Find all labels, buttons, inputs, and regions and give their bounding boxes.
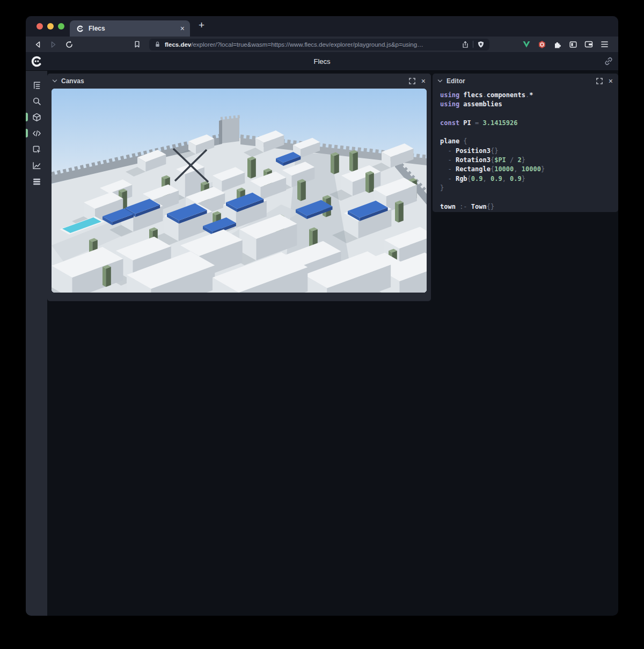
editor-panel-header: Editor × (433, 74, 618, 89)
inspector-icon (32, 145, 41, 154)
search-icon (32, 97, 41, 106)
canvas-panel-header: Canvas × (47, 74, 431, 89)
entities-cube-icon (32, 113, 41, 122)
page-content: Canvas × (26, 71, 618, 616)
canvas-3d-scene[interactable] (52, 89, 427, 293)
active-indicator (26, 129, 28, 137)
browser-window: Flecs × + flecs.d (26, 16, 618, 616)
toolbar-extensions (522, 40, 612, 49)
fullscreen-icon[interactable] (596, 78, 603, 84)
new-tab-button[interactable]: + (199, 19, 204, 31)
reload-button[interactable] (63, 39, 75, 50)
canvas-panel-title: Canvas (61, 77, 84, 85)
sidebar-toggle-icon[interactable] (569, 40, 577, 49)
left-sidebar (26, 71, 47, 616)
extension-badge-icon[interactable] (538, 40, 546, 49)
editor-panel-title: Editor (447, 77, 465, 85)
bookmark-icon[interactable] (131, 39, 143, 50)
sidebar-item-search[interactable] (26, 93, 47, 109)
active-indicator (26, 113, 28, 121)
wallet-icon[interactable] (584, 40, 594, 48)
url-divider (473, 41, 473, 48)
browser-tab[interactable]: Flecs × (70, 20, 190, 37)
sidebar-item-stats[interactable] (26, 173, 47, 189)
close-panel-icon[interactable]: × (609, 77, 613, 85)
close-panel-icon[interactable]: × (421, 77, 426, 85)
traffic-lights (36, 23, 64, 30)
url-path: /explorer/?local=true&wasm=https://www.f… (191, 41, 458, 48)
canvas-panel: Canvas × (47, 74, 431, 301)
sidebar-item-charts[interactable] (26, 157, 47, 173)
canvas-3d-viewport[interactable] (52, 89, 427, 293)
tab-title: Flecs (89, 25, 105, 32)
zoom-window-button[interactable] (58, 23, 64, 30)
menu-hamburger-icon[interactable] (601, 41, 609, 48)
sidebar-item-tree[interactable] (26, 77, 47, 93)
close-window-button[interactable] (36, 23, 43, 30)
vue-devtools-icon[interactable] (522, 40, 531, 48)
lock-icon (154, 41, 161, 48)
extensions-puzzle-icon[interactable] (553, 40, 562, 49)
fullscreen-icon[interactable] (409, 78, 415, 84)
editor-panel: Editor × using flecs.components.*using a… (433, 74, 618, 212)
collapse-chevron-icon[interactable] (437, 79, 443, 83)
tab-close-icon[interactable]: × (180, 25, 185, 32)
sidebar-item-inspector[interactable] (26, 141, 47, 157)
tab-bar: Flecs × + (26, 16, 618, 37)
app-header: Flecs (26, 52, 618, 71)
navigation-toolbar: flecs.dev /explorer/?local=true&wasm=htt… (26, 37, 618, 52)
sidebar-item-code[interactable] (26, 125, 47, 141)
back-button[interactable] (32, 39, 44, 50)
minimize-window-button[interactable] (47, 23, 54, 30)
url-bar[interactable]: flecs.dev /explorer/?local=true&wasm=htt… (149, 39, 489, 50)
stats-icon (32, 177, 41, 186)
brave-shield-icon[interactable] (477, 41, 485, 48)
tab-favicon-flecs-logo-icon (76, 25, 84, 33)
page-title: Flecs (26, 57, 618, 65)
share-icon[interactable] (462, 41, 469, 48)
chart-icon (32, 161, 41, 170)
main-area: Canvas × (47, 71, 618, 616)
code-icon (32, 129, 41, 138)
editor-code[interactable]: using flecs.components.*using assemblies… (433, 89, 618, 212)
tree-icon (32, 81, 41, 90)
url-domain: flecs.dev (165, 41, 191, 48)
forward-button[interactable] (47, 39, 59, 50)
sidebar-item-entities[interactable] (26, 109, 47, 125)
collapse-chevron-icon[interactable] (52, 79, 57, 83)
